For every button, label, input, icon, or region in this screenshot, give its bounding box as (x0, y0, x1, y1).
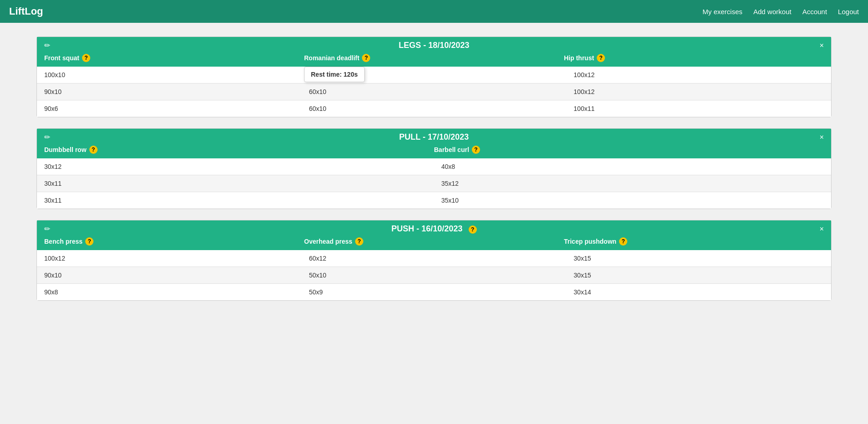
logout-link[interactable]: Logout (838, 8, 859, 16)
set-cell: 30x11 (37, 192, 434, 209)
workout-title-legs: LEGS - 18/10/2023 (55, 41, 813, 50)
set-cell: 30x15 (566, 267, 831, 284)
exercise-col-barbell-curl: Barbell curl ? (434, 146, 824, 154)
set-cell: 100x11 (566, 100, 831, 117)
workout-title-push: PUSH - 16/10/2023 ? (55, 224, 813, 234)
help-badge-overhead-press[interactable]: ? (355, 237, 363, 246)
set-row: 30x11 35x10 (37, 192, 831, 209)
workout-card-pull: ✏ PULL - 17/10/2023 × Dumbbell row ? Bar… (36, 128, 832, 209)
exercise-col-hip-thrust: Hip thrust ? (564, 54, 824, 62)
exercise-col-dumbbell-row: Dumbbell row ? (44, 146, 434, 154)
edit-icon-legs[interactable]: ✏ (44, 41, 55, 50)
set-row: 90x8 50x9 30x14 (37, 284, 831, 301)
set-row: 100x10 70x8 100x12 (37, 67, 831, 84)
edit-icon-pull[interactable]: ✏ (44, 133, 55, 141)
exercises-header-push: Bench press ? Overhead press ? Tricep pu… (37, 237, 831, 250)
close-icon-pull[interactable]: × (813, 133, 824, 141)
set-cell: 100x12 (566, 84, 831, 100)
exercise-col-romanian-deadlift: Romanian deadlift ? Rest time: 120s (304, 54, 564, 62)
rest-time-tooltip: Rest time: 120s (304, 67, 365, 82)
set-cell: 35x12 (434, 175, 831, 192)
help-badge-dumbbell-row[interactable]: ? (89, 146, 98, 154)
set-cell: 60x10 (302, 84, 567, 100)
exercise-col-bench-press: Bench press ? (44, 237, 304, 246)
set-cell: 100x12 (37, 250, 302, 267)
tooltip-label: Rest time (311, 71, 340, 78)
tooltip-value: : 120s (340, 71, 358, 78)
sets-table-push: 100x12 60x12 30x15 90x10 50x10 30x15 90x… (37, 250, 831, 300)
exercises-header-legs: Front squat ? Romanian deadlift ? Rest t… (37, 54, 831, 67)
help-badge-bench-press[interactable]: ? (85, 237, 93, 246)
sets-table-pull: 30x12 40x8 30x11 35x12 30x11 35x10 (37, 158, 831, 209)
card-header-push: ✏ PUSH - 16/10/2023 ? × (37, 220, 831, 237)
set-cell: 60x10 (302, 100, 567, 117)
nav-links: My exercises Add workout Account Logout (703, 8, 859, 16)
set-cell: 100x10 (37, 67, 302, 84)
exercise-col-front-squat: Front squat ? (44, 54, 304, 62)
set-cell: 30x14 (566, 284, 831, 301)
exercises-header-pull: Dumbbell row ? Barbell curl ? (37, 146, 831, 158)
close-icon-push[interactable]: × (813, 225, 824, 233)
workout-title-pull: PULL - 17/10/2023 (55, 132, 813, 142)
set-cell: 90x10 (37, 267, 302, 284)
set-cell: 30x15 (566, 250, 831, 267)
set-cell: 30x11 (37, 175, 434, 192)
set-cell: 50x9 (302, 284, 567, 301)
card-header-legs: ✏ LEGS - 18/10/2023 × (37, 37, 831, 54)
set-cell: 40x8 (434, 158, 831, 175)
set-cell: 60x12 (302, 250, 567, 267)
set-row: 30x11 35x12 (37, 175, 831, 192)
set-cell: 100x12 (566, 67, 831, 84)
set-cell: 90x10 (37, 84, 302, 100)
main-content: ✏ LEGS - 18/10/2023 × Front squat ? Roma… (0, 23, 868, 314)
exercise-col-tricep-pushdown: Tricep pushdown ? (564, 237, 824, 246)
set-cell: 90x6 (37, 100, 302, 117)
help-badge-tricep-pushdown[interactable]: ? (619, 237, 627, 246)
set-row: 90x10 60x10 100x12 (37, 84, 831, 100)
edit-icon-push[interactable]: ✏ (44, 225, 55, 233)
help-badge-push-title[interactable]: ? (469, 225, 477, 234)
set-row: 90x6 60x10 100x11 (37, 100, 831, 117)
set-row: 100x12 60x12 30x15 (37, 250, 831, 267)
brand-logo: LiftLog (9, 5, 43, 17)
exercise-col-overhead-press: Overhead press ? (304, 237, 564, 246)
help-badge-hip-thrust[interactable]: ? (597, 54, 605, 62)
workout-card-push: ✏ PUSH - 16/10/2023 ? × Bench press ? Ov… (36, 220, 832, 301)
account-link[interactable]: Account (802, 8, 827, 16)
set-cell: 30x12 (37, 158, 434, 175)
help-badge-barbell-curl[interactable]: ? (472, 146, 480, 154)
help-badge-front-squat[interactable]: ? (82, 54, 90, 62)
my-exercises-link[interactable]: My exercises (703, 8, 743, 16)
sets-table-legs: 100x10 70x8 100x12 90x10 60x10 100x12 90… (37, 67, 831, 117)
set-cell: 90x8 (37, 284, 302, 301)
set-row: 90x10 50x10 30x15 (37, 267, 831, 284)
help-badge-romanian-deadlift[interactable]: ? (362, 54, 370, 62)
close-icon-legs[interactable]: × (813, 42, 824, 50)
set-cell: 50x10 (302, 267, 567, 284)
add-workout-link[interactable]: Add workout (754, 8, 791, 16)
set-cell: 35x10 (434, 192, 831, 209)
navbar: LiftLog My exercises Add workout Account… (0, 0, 868, 23)
card-header-pull: ✏ PULL - 17/10/2023 × (37, 129, 831, 146)
workout-card-legs: ✏ LEGS - 18/10/2023 × Front squat ? Roma… (36, 37, 832, 117)
set-row: 30x12 40x8 (37, 158, 831, 175)
